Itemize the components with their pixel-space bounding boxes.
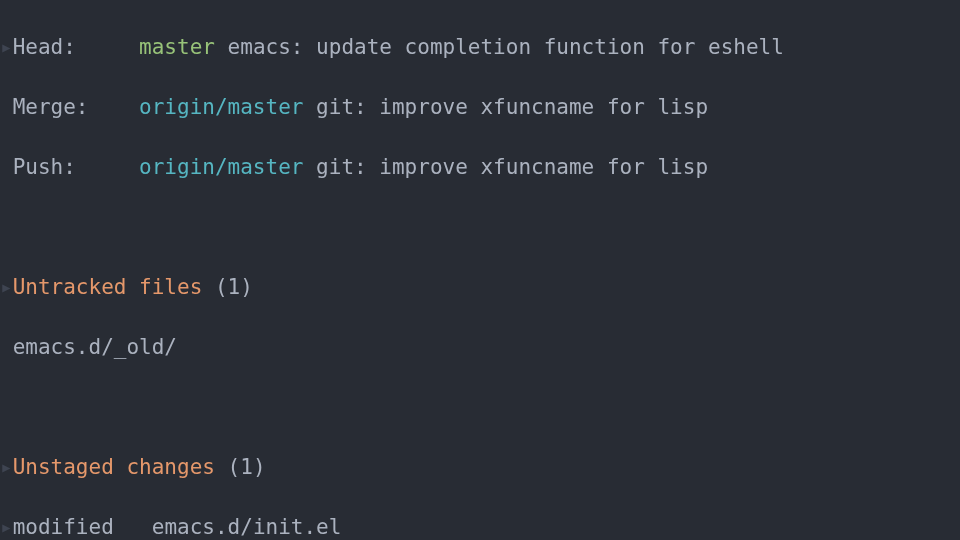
fringe-marker (0, 152, 13, 182)
unstaged-item[interactable]: ▸modified emacs.d/init.el (0, 512, 960, 540)
push-ref[interactable]: origin/master (139, 155, 303, 179)
untracked-item[interactable]: emacs.d/_old/ (0, 332, 960, 362)
head-label: Head: (13, 35, 76, 59)
fringe-marker: ▸ (0, 272, 13, 302)
fringe-marker: ▸ (0, 32, 13, 62)
fringe-marker: ▸ (0, 512, 13, 540)
blank-line (0, 392, 960, 422)
unstaged-title: Unstaged changes (13, 455, 215, 479)
fringe-marker: ▸ (0, 452, 13, 482)
untracked-title: Untracked files (13, 275, 203, 299)
push-label: Push: (13, 155, 76, 179)
merge-ref[interactable]: origin/master (139, 95, 303, 119)
unstaged-section-header[interactable]: ▸Unstaged changes (1) (0, 452, 960, 482)
merge-label: Merge: (13, 95, 89, 119)
unstaged-count: (1) (228, 455, 266, 479)
merge-line[interactable]: Merge: origin/master git: improve xfuncn… (0, 92, 960, 122)
fringe-marker (0, 332, 13, 362)
push-msg: git: improve xfuncname for lisp (316, 155, 708, 179)
fringe-marker (0, 92, 13, 122)
push-line[interactable]: Push: origin/master git: improve xfuncna… (0, 152, 960, 182)
head-msg: emacs: update completion function for es… (228, 35, 784, 59)
magit-status-buffer[interactable]: ▸Head: master emacs: update completion f… (0, 0, 960, 540)
merge-msg: git: improve xfuncname for lisp (316, 95, 708, 119)
head-line[interactable]: ▸Head: master emacs: update completion f… (0, 32, 960, 62)
head-ref[interactable]: master (139, 35, 215, 59)
untracked-path: emacs.d/_old/ (13, 335, 177, 359)
untracked-section-header[interactable]: ▸Untracked files (1) (0, 272, 960, 302)
file-path: emacs.d/init.el (152, 515, 342, 539)
untracked-count: (1) (215, 275, 253, 299)
blank-line (0, 212, 960, 242)
file-status: modified (13, 515, 114, 539)
